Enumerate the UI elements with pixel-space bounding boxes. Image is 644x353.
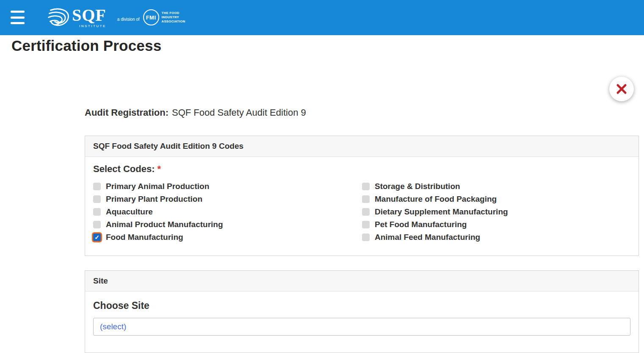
- select-codes-heading: Select Codes:*: [93, 164, 630, 175]
- code-checkbox[interactable]: [93, 195, 101, 203]
- sqf-logo[interactable]: SQF INSTITUTE a division of FMI THE FOOD…: [46, 5, 188, 30]
- code-row[interactable]: Food Manufacturing: [93, 233, 362, 242]
- code-checkbox[interactable]: [362, 208, 370, 216]
- code-checkbox[interactable]: [93, 233, 101, 241]
- required-asterisk: *: [158, 164, 161, 174]
- site-select-dropdown[interactable]: (select): [93, 318, 630, 336]
- code-row[interactable]: Aquaculture: [93, 207, 362, 217]
- fmi-tagline: THE FOOD INDUSTRY ASSOCIATION: [162, 11, 188, 23]
- code-label: Storage & Distribution: [375, 182, 460, 191]
- codes-panel: SQF Food Safety Audit Edition 9 Codes Se…: [85, 136, 639, 256]
- app-header: SQF INSTITUTE a division of FMI THE FOOD…: [0, 0, 644, 35]
- close-icon: [616, 83, 627, 95]
- code-label: Aquaculture: [106, 207, 153, 217]
- code-checkbox[interactable]: [362, 183, 370, 190]
- code-label: Animal Feed Manufacturing: [375, 233, 480, 242]
- code-row[interactable]: Animal Product Manufacturing: [93, 220, 362, 229]
- code-checkbox[interactable]: [93, 183, 101, 190]
- logo-institute-text: INSTITUTE: [79, 24, 106, 28]
- audit-registration-label: Audit Registration:: [85, 107, 169, 118]
- codes-checkbox-grid: Primary Animal Production Primary Plant …: [93, 180, 630, 244]
- page-title: Certification Process: [11, 37, 161, 54]
- hamburger-menu-icon[interactable]: [11, 11, 25, 24]
- code-label: Dietary Supplement Manufacturing: [375, 207, 508, 217]
- code-checkbox[interactable]: [362, 233, 370, 241]
- code-row[interactable]: Animal Feed Manufacturing: [362, 233, 630, 242]
- code-checkbox[interactable]: [362, 221, 370, 228]
- code-row[interactable]: Pet Food Manufacturing: [362, 220, 630, 229]
- code-label: Food Manufacturing: [106, 233, 183, 242]
- site-panel: Site Choose Site (select): [85, 270, 639, 353]
- logo-division-text: a division of: [117, 17, 140, 22]
- code-label: Primary Plant Production: [106, 195, 202, 204]
- code-row[interactable]: Manufacture of Food Packaging: [362, 195, 630, 204]
- code-label: Pet Food Manufacturing: [375, 220, 467, 229]
- code-checkbox[interactable]: [93, 221, 101, 228]
- code-label: Animal Product Manufacturing: [106, 220, 223, 229]
- code-row[interactable]: Primary Animal Production: [93, 182, 362, 191]
- audit-registration-value: SQF Food Safety Audit Edition 9: [172, 107, 306, 118]
- code-row[interactable]: Primary Plant Production: [93, 195, 362, 204]
- code-label: Manufacture of Food Packaging: [375, 195, 497, 204]
- close-button[interactable]: [609, 77, 634, 101]
- fmi-logo-icon: FMI: [143, 9, 159, 25]
- sqf-swirl-icon: [46, 7, 71, 28]
- choose-site-heading: Choose Site: [93, 300, 630, 311]
- audit-registration-line: Audit Registration:SQF Food Safety Audit…: [85, 107, 306, 118]
- logo-sqf-text: SQF: [72, 7, 106, 24]
- code-row[interactable]: Storage & Distribution: [362, 182, 630, 191]
- codes-panel-header: SQF Food Safety Audit Edition 9 Codes: [85, 136, 638, 157]
- site-panel-header: Site: [85, 271, 638, 292]
- code-label: Primary Animal Production: [106, 182, 209, 191]
- code-row[interactable]: Dietary Supplement Manufacturing: [362, 207, 630, 217]
- code-checkbox[interactable]: [362, 195, 370, 203]
- code-checkbox[interactable]: [93, 208, 101, 216]
